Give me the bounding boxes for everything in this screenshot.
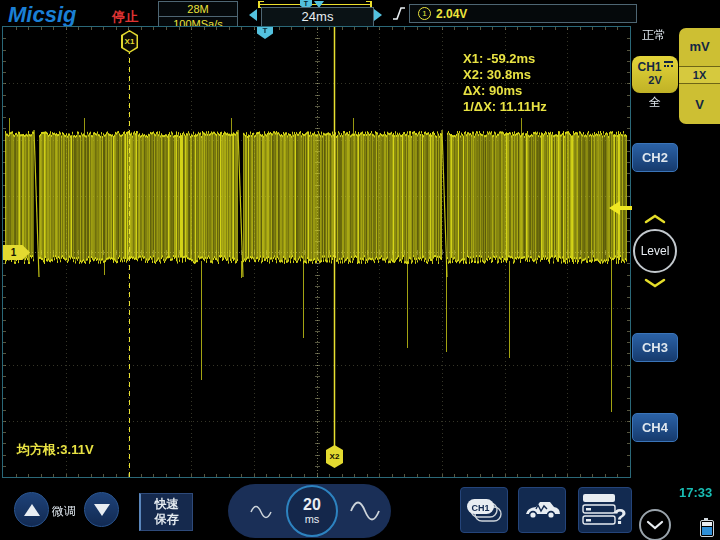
fine-tune-label: 微调 bbox=[52, 503, 76, 520]
quick-save-button[interactable]: 快速 保存 bbox=[139, 493, 193, 531]
brand-logo: Micsig bbox=[8, 2, 76, 28]
trigger-slope-icon[interactable] bbox=[392, 5, 406, 22]
probe-option-mv[interactable]: mV bbox=[679, 28, 720, 67]
readout-x2: X2: 30.8ms bbox=[463, 67, 547, 83]
level-knob[interactable]: Level bbox=[633, 229, 677, 273]
dc-coupling-icon bbox=[664, 61, 673, 70]
cursor-x1-label: X1 bbox=[123, 32, 137, 52]
storage-question-icon: ? bbox=[582, 493, 628, 527]
battery-icon bbox=[700, 520, 714, 537]
window-time-box[interactable]: 24ms bbox=[261, 7, 374, 27]
battery-fill bbox=[702, 527, 712, 535]
clock: 17:33 bbox=[679, 485, 712, 500]
storage-help-button[interactable]: ? bbox=[578, 487, 632, 533]
timebase-left-arrow-icon[interactable] bbox=[249, 9, 257, 21]
battery-top bbox=[702, 522, 712, 526]
readout-dx: ΔX: 90ms bbox=[463, 83, 547, 99]
channel-select-label: CH1 bbox=[471, 503, 489, 513]
timebase-unit: ms bbox=[288, 513, 336, 525]
down-arrow-icon bbox=[94, 504, 110, 516]
channel-select-button[interactable]: CH1 bbox=[460, 487, 508, 533]
run-state-indicator[interactable]: 停止 bbox=[112, 8, 138, 26]
oscilloscope-screen: Micsig 停止 28M 100MSa/s T 24ms 1 2.04V T … bbox=[0, 0, 720, 540]
scope-graticule-area: T X1 X2 1 X1: -59.2ms X2: 30.8ms ΔX: 90m… bbox=[2, 26, 631, 478]
probe-option-1x[interactable]: 1X bbox=[679, 67, 720, 84]
bottom-toolbar: 微调 快速 保存 20 ms CH1 bbox=[0, 480, 720, 540]
channel1-scale: 2V bbox=[632, 74, 678, 86]
timebase-value: 20 bbox=[288, 496, 336, 513]
fine-tune-down-button[interactable] bbox=[84, 492, 119, 527]
quick-save-line1: 快速 bbox=[141, 497, 192, 512]
quick-save-line2: 保存 bbox=[141, 512, 192, 527]
memory-depth: 28M bbox=[159, 2, 237, 17]
probe-option-v[interactable]: V bbox=[679, 84, 720, 124]
readout-x1: X1: -59.2ms bbox=[463, 51, 547, 67]
timebase-right-arrow-icon[interactable] bbox=[374, 9, 382, 21]
trigger-mode-label[interactable]: 正常 bbox=[642, 27, 666, 44]
cursor-readout: X1: -59.2ms X2: 30.8ms ΔX: 90ms 1/ΔX: 11… bbox=[463, 51, 547, 115]
zoom-in-sine-icon[interactable] bbox=[250, 503, 272, 521]
trigger-level-arrow[interactable] bbox=[609, 201, 633, 215]
timebase-knob[interactable]: 20 ms bbox=[286, 485, 338, 537]
automotive-mode-button[interactable] bbox=[518, 487, 566, 533]
trigger-level-box[interactable]: 1 2.04V bbox=[409, 4, 637, 23]
timebase-control: 20 ms bbox=[228, 484, 391, 538]
channel4-button[interactable]: CH4 bbox=[632, 413, 678, 442]
readout-freq: 1/ΔX: 11.11Hz bbox=[463, 99, 547, 115]
level-up-chevron[interactable] bbox=[644, 214, 666, 224]
channel2-button[interactable]: CH2 bbox=[632, 143, 678, 172]
collapse-toolbar-button[interactable] bbox=[639, 509, 671, 540]
probe-scale-panel: mV 1X V bbox=[679, 28, 720, 124]
trigger-level-value: 2.04V bbox=[436, 7, 467, 21]
up-arrow-icon bbox=[24, 504, 40, 516]
trigger-source-badge: 1 bbox=[418, 7, 431, 20]
zoom-out-sine-icon[interactable] bbox=[350, 499, 380, 523]
fine-tune-up-button[interactable] bbox=[14, 492, 49, 527]
rms-measurement: 均方根:3.11V bbox=[17, 441, 94, 459]
channel1-bandwidth-label: 全 bbox=[632, 94, 678, 111]
svg-text:?: ? bbox=[613, 504, 626, 527]
channel1-button[interactable]: CH1 2V bbox=[632, 56, 678, 93]
chevron-down-icon bbox=[646, 520, 664, 530]
level-down-chevron[interactable] bbox=[644, 278, 666, 288]
channel-layers-icon: CH1 bbox=[465, 494, 503, 526]
car-icon bbox=[523, 497, 561, 523]
channel3-button[interactable]: CH3 bbox=[632, 333, 678, 362]
channel1-label: CH1 bbox=[637, 60, 661, 74]
